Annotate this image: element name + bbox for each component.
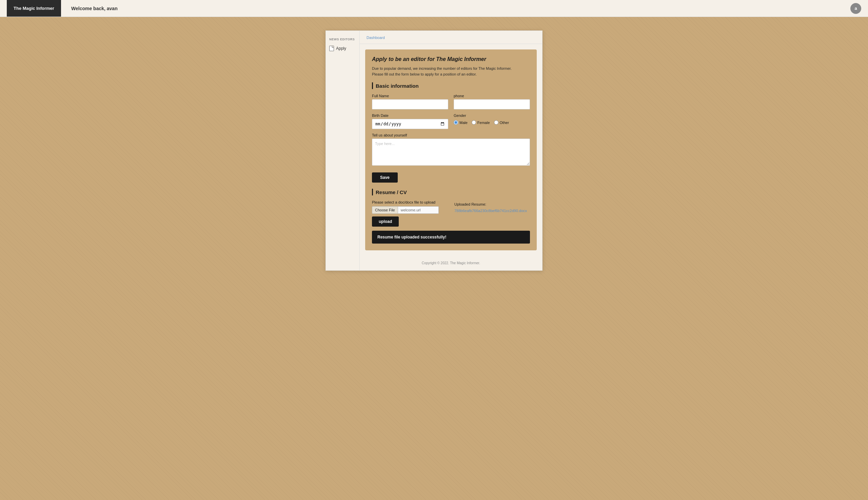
- basic-section-header: Basic information: [372, 82, 530, 89]
- full-name-label: Full Name: [372, 94, 448, 98]
- uploaded-resume-link[interactable]: 788b6eafb766a230c8bef6b741cc2d90.docx: [454, 209, 527, 213]
- gender-radio-group: Male Female Other: [454, 120, 530, 125]
- navbar-brand: The Magic Informer: [7, 0, 61, 16]
- success-banner: Resume file uploaded successfully!: [372, 231, 530, 243]
- main-container: NEWS EDITORS Apply Dashboard Apply to be…: [0, 17, 868, 500]
- content-area: Dashboard Apply to be an editor for The …: [360, 31, 542, 270]
- doc-icon: [329, 46, 334, 51]
- breadcrumb-dashboard[interactable]: Dashboard: [367, 36, 385, 39]
- gender-other-label[interactable]: Other: [494, 120, 509, 125]
- resume-section-header: Resume / CV: [372, 189, 530, 195]
- form-card-title: Apply to be an editor for The Magic Info…: [372, 56, 530, 62]
- avatar-initials: a: [855, 6, 857, 11]
- gender-male-text: Male: [459, 121, 468, 125]
- phone-label: phone: [454, 94, 530, 98]
- sidebar: NEWS EDITORS Apply: [326, 31, 360, 270]
- phone-group: phone: [454, 94, 530, 110]
- gender-other-text: Other: [500, 121, 509, 125]
- phone-input[interactable]: [454, 99, 530, 110]
- resume-section-title: Resume / CV: [376, 189, 407, 195]
- birthdate-group: Birth Date: [372, 113, 448, 129]
- desc-line1: Due to popular demand, we increasing the…: [372, 66, 512, 70]
- full-name-input[interactable]: [372, 99, 448, 110]
- upload-section-body: Please select a doc/docx file to upload …: [372, 200, 530, 214]
- footer: Copyright © 2022. The Magic Informer.: [360, 256, 542, 270]
- username-display: avan: [107, 6, 118, 11]
- about-textarea[interactable]: [372, 138, 530, 166]
- sidebar-item-apply[interactable]: Apply: [326, 44, 359, 53]
- resume-section-bar: [372, 189, 373, 195]
- form-card: Apply to be an editor for The Magic Info…: [365, 49, 537, 250]
- gender-male-label[interactable]: Male: [454, 120, 468, 125]
- save-button[interactable]: Save: [372, 172, 398, 183]
- app-panel: NEWS EDITORS Apply Dashboard Apply to be…: [325, 31, 543, 271]
- gender-other-radio[interactable]: [494, 120, 498, 125]
- file-name-display: welcome.url: [398, 206, 439, 214]
- form-card-description: Due to popular demand, we increasing the…: [372, 66, 530, 77]
- upload-left: Please select a doc/docx file to upload …: [372, 200, 447, 214]
- gender-female-radio[interactable]: [472, 120, 476, 125]
- sidebar-item-label: Apply: [336, 46, 346, 51]
- section-bar: [372, 82, 373, 89]
- basic-section-title: Basic information: [376, 83, 419, 89]
- navbar-welcome: Welcome back, avan: [61, 6, 128, 11]
- uploaded-resume: Uploaded Resume: 788b6eafb766a230c8bef6b…: [454, 202, 530, 213]
- file-upload-row: Choose File welcome.url: [372, 206, 447, 214]
- sidebar-section-label: NEWS EDITORS: [326, 37, 359, 44]
- choose-file-button[interactable]: Choose File: [372, 206, 398, 214]
- about-label: Tell us about yourself: [372, 133, 530, 137]
- footer-text: Copyright © 2022. The Magic Informer.: [422, 261, 480, 265]
- full-name-group: Full Name: [372, 94, 448, 110]
- desc-line2: Please fill out the form below to apply …: [372, 72, 477, 76]
- gender-label: Gender: [454, 113, 530, 117]
- brand-name: The Magic Informer: [13, 6, 54, 11]
- birth-date-input[interactable]: [372, 119, 448, 129]
- gender-group: Gender Male Female: [454, 113, 530, 129]
- welcome-text: Welcome back,: [71, 6, 107, 11]
- upload-right: Uploaded Resume: 788b6eafb766a230c8bef6b…: [454, 200, 530, 213]
- breadcrumb-bar: Dashboard: [360, 31, 542, 44]
- gender-male-radio[interactable]: [454, 120, 458, 125]
- birthdate-gender-row: Birth Date Gender Male Female: [372, 113, 530, 129]
- about-group: Tell us about yourself: [372, 133, 530, 166]
- file-upload-label: Please select a doc/docx file to upload: [372, 200, 447, 204]
- name-phone-row: Full Name phone: [372, 94, 530, 110]
- avatar[interactable]: a: [850, 3, 861, 14]
- uploaded-resume-label: Uploaded Resume:: [454, 202, 530, 206]
- gender-female-label[interactable]: Female: [472, 120, 490, 125]
- navbar: The Magic Informer Welcome back, avan a: [0, 0, 868, 17]
- gender-female-text: Female: [477, 121, 490, 125]
- birth-date-label: Birth Date: [372, 113, 448, 117]
- upload-button[interactable]: upload: [372, 216, 399, 227]
